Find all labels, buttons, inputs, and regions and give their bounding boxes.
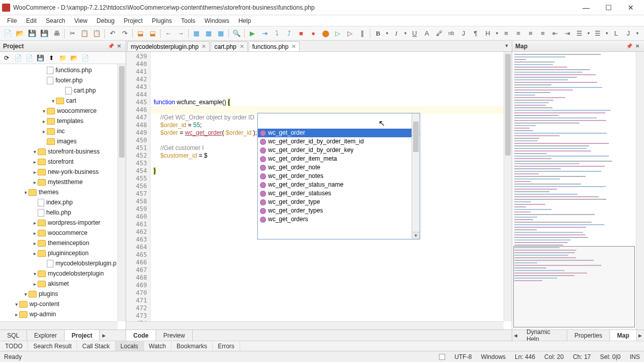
bookmark-icon[interactable]: ⬓ [135, 28, 146, 39]
j2-icon[interactable]: J [623, 28, 634, 39]
tree-item[interactable]: ▸akismet [0, 279, 126, 289]
scrollbar-thumb[interactable] [119, 66, 125, 158]
tree-item[interactable]: mycodelobsterplugin.p [0, 258, 126, 268]
run-icon[interactable]: ▶ [247, 28, 258, 39]
pilcrow-icon[interactable]: ¶ [470, 28, 481, 39]
expand-icon[interactable]: ▾ [13, 301, 19, 307]
tree-item[interactable]: ▸templates [0, 116, 126, 126]
editor-tab[interactable]: mycodelobsterplugin.php✕ [127, 41, 210, 51]
step-out-icon[interactable]: ⤴ [283, 28, 295, 39]
expand-icon[interactable]: ▾ [22, 190, 28, 195]
sec-tab-watch[interactable]: Watch [144, 341, 172, 351]
expand-icon[interactable]: ▸ [32, 220, 38, 226]
expand-icon[interactable]: ▸ [41, 129, 47, 134]
minimap-scrollbar[interactable] [636, 52, 644, 329]
panel-close-icon[interactable]: ✕ [115, 43, 123, 50]
menu-edit[interactable]: Edit [22, 16, 41, 25]
expand-icon[interactable]: ▾ [32, 149, 38, 155]
align-left-icon[interactable]: ≡ [501, 28, 512, 39]
cut-icon[interactable]: ✂ [67, 28, 78, 39]
justify-icon[interactable]: ≡ [537, 28, 548, 39]
tree-item[interactable]: ▸storefront [0, 157, 126, 167]
expand-icon[interactable]: ▸ [13, 312, 19, 317]
close-button[interactable]: ✕ [620, 1, 642, 15]
project-tree[interactable]: functions.phpfooter.phpcart.php▾cart▾woo… [0, 64, 126, 329]
search-icon[interactable]: 🔍 [231, 28, 242, 39]
italic-dd-icon[interactable]: ▾ [403, 28, 408, 39]
tree-item[interactable]: ▾cart [0, 96, 126, 106]
bottom-tab-project[interactable]: Project [65, 330, 100, 341]
autocomplete-item[interactable]: wc_get_order_item_meta [258, 155, 420, 163]
record-icon[interactable]: ⬤ [320, 28, 331, 39]
autocomplete-item[interactable]: wc_get_order_statuses [258, 189, 420, 198]
menu-project[interactable]: Project [120, 16, 147, 25]
panel-close-icon[interactable]: ✕ [634, 43, 641, 50]
autocomplete-scrollbar[interactable]: ▲ ▼ [412, 113, 420, 239]
path-icon[interactable]: 📂 [69, 53, 78, 63]
tree-vertical-scrollbar[interactable] [118, 64, 126, 321]
autocomplete-item[interactable]: wc_get_order_type [258, 198, 420, 206]
tree-item[interactable]: ▸inc [0, 126, 126, 136]
continue-icon[interactable]: ▷ [332, 28, 343, 39]
l-icon[interactable]: L [610, 28, 622, 39]
step-into-icon[interactable]: ⤵ [271, 28, 282, 39]
sec-tab-search-result[interactable]: Search Result [28, 341, 77, 351]
tree-item[interactable]: footer.php [0, 75, 126, 85]
tree-item[interactable]: ▾woocommerce [0, 106, 126, 116]
highlight-icon[interactable]: 🖉 [433, 28, 445, 39]
bottom-tab-explorer[interactable]: Explorer [27, 330, 65, 341]
menu-search[interactable]: Search [42, 16, 69, 25]
bold-dd-icon[interactable]: ▾ [385, 28, 390, 39]
menu-tools[interactable]: Tools [177, 16, 199, 25]
expand-icon[interactable]: ▸ [32, 240, 38, 246]
outdent-icon[interactable]: ⇤ [549, 28, 561, 39]
editor-body[interactable]: 439 440 441 442 443 444 445 446 447 448 … [126, 52, 512, 329]
font-color-icon[interactable]: A [421, 28, 432, 39]
sec-tab-call-stack[interactable]: Call Stack [77, 341, 115, 351]
breakpoint-icon[interactable]: ● [308, 28, 319, 39]
italic-icon[interactable]: I [391, 28, 402, 39]
tree-item[interactable]: ▸mytesttheme [0, 177, 126, 187]
bottom-tab-code[interactable]: Code [126, 330, 156, 341]
expand-icon[interactable]: ▸ [32, 169, 38, 175]
continue2-icon[interactable]: ▷ [344, 28, 356, 39]
upload-icon[interactable]: ⬆ [47, 53, 56, 63]
menu-windows[interactable]: Windows [200, 16, 233, 25]
copy-icon[interactable]: 📋 [79, 28, 90, 39]
grid3-icon[interactable]: ▦ [215, 28, 226, 39]
expand-icon[interactable]: ▸ [32, 159, 38, 165]
tree-item[interactable]: ▸wp-admin [0, 309, 126, 319]
menu-plugins[interactable]: Plugins [148, 16, 176, 25]
bottom-tab-preview[interactable]: Preview [156, 330, 193, 341]
tab-close-icon[interactable]: ✕ [240, 43, 244, 50]
bottom-tab-map[interactable]: Map [610, 330, 637, 341]
heading-icon[interactable]: H [482, 28, 493, 39]
sec-tab-bookmarks[interactable]: Bookmarks [171, 341, 213, 351]
expand-icon[interactable]: ▸ [41, 118, 47, 124]
folder-icon[interactable]: 📁 [58, 53, 67, 63]
expand-icon[interactable]: ▾ [32, 271, 38, 277]
autocomplete-item[interactable]: wc_get_order_note [258, 163, 420, 172]
tree-horizontal-scrollbar[interactable] [0, 321, 118, 329]
menu-file[interactable]: File [3, 16, 21, 25]
editor-tab[interactable]: functions.php✕ [249, 41, 300, 51]
expand-icon[interactable]: ▸ [32, 179, 38, 185]
grid-icon[interactable]: ▦ [191, 28, 202, 39]
tree-item[interactable]: functions.php [0, 65, 126, 75]
autocomplete-item[interactable]: wc_get_order_id_by_order_key [258, 146, 420, 155]
status-checkbox[interactable] [439, 354, 445, 360]
minimap-viewport[interactable] [513, 246, 635, 327]
open-icon[interactable]: 📂 [14, 28, 25, 39]
step-over-icon[interactable]: ⇥ [259, 28, 270, 39]
doc2-icon[interactable]: 📄 [24, 53, 34, 63]
menu-help[interactable]: Help [235, 16, 255, 25]
ol-icon[interactable]: ☰ [592, 28, 603, 39]
bold-icon[interactable]: B [372, 28, 384, 39]
refresh-icon[interactable]: ⟳ [2, 53, 11, 63]
scroll-down-icon[interactable]: ▼ [412, 232, 420, 239]
doc-icon[interactable]: 📄 [13, 53, 22, 63]
autocomplete-item[interactable]: wc_get_orders [258, 215, 420, 224]
format-nb-icon[interactable]: nb [446, 28, 457, 39]
forward-icon[interactable]: → [175, 28, 186, 39]
bottom-tab-properties[interactable]: Properties [567, 330, 610, 341]
